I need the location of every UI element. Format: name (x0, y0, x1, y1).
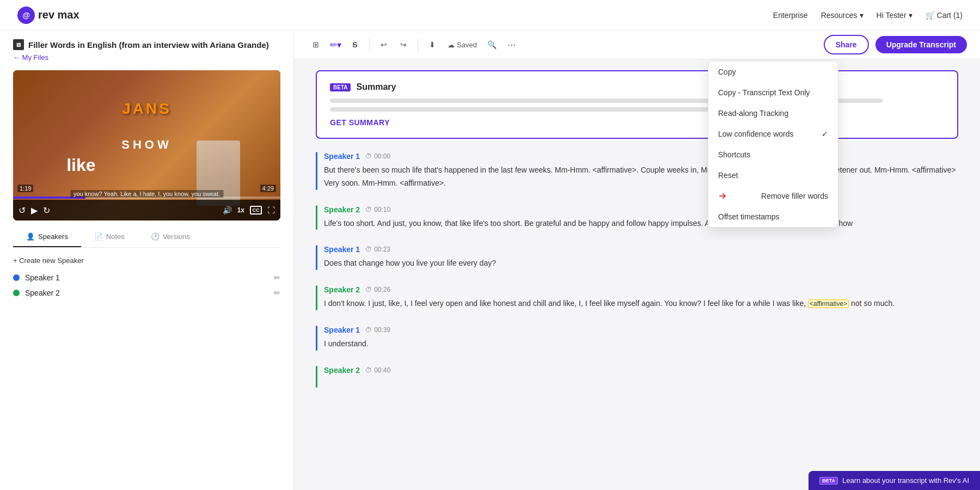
video-show-text: SHOW (121, 138, 171, 152)
volume-icon[interactable]: 🔊 (223, 206, 232, 215)
segment-with-bar: Speaker 1 ⏱ 00:23 Does that change how y… (316, 245, 958, 270)
menu-item-copy[interactable]: Copy (708, 62, 838, 82)
saved-button[interactable]: ☁ Saved (443, 39, 481, 51)
segment-speaker-label: Speaker 2 (324, 205, 360, 214)
rewind-button[interactable]: ↺ (19, 205, 26, 216)
video-player[interactable]: JANS SHOW like 1:19 4:29 you know? Yeah.… (13, 70, 280, 220)
speaker2-dot (13, 290, 20, 296)
segment-text[interactable]: But there's been so much life that's hap… (324, 164, 958, 190)
segment-speaker-label: Speaker 2 (324, 366, 360, 375)
upgrade-transcript-button[interactable]: Upgrade Transcript (875, 36, 967, 53)
back-link[interactable]: ← My Files (13, 53, 280, 62)
share-button[interactable]: Share (824, 35, 869, 54)
fullscreen-button[interactable]: ⛶ (267, 206, 275, 215)
bottom-banner[interactable]: BETA Learn about your transcript with Re… (808, 471, 980, 490)
tab-versions[interactable]: 🕐 Versions (138, 227, 203, 247)
segment-content: Speaker 1 ⏱ 00:23 Does that change how y… (324, 245, 958, 270)
highlight-button[interactable]: ✏▾ (327, 36, 344, 53)
speaker1-edit-icon[interactable]: ✏ (274, 273, 280, 282)
more-options-button[interactable]: ··· (503, 36, 520, 53)
menu-item-low-confidence[interactable]: Low confidence words ✓ (708, 124, 838, 144)
tab-speakers[interactable]: 👤 Speakers (13, 227, 81, 247)
undo-button[interactable]: ↩ (375, 36, 393, 53)
arrow-right-icon (718, 192, 727, 200)
chevron-down-icon: ▾ (860, 11, 863, 20)
tab-notes[interactable]: 📄 Notes (81, 227, 138, 247)
summary-box: BETA Summary GET SUMMARY (316, 70, 958, 139)
speed-label[interactable]: 1x (237, 206, 244, 214)
video-sign-text: JANS (122, 100, 171, 118)
toolbar-divider (418, 38, 418, 51)
segment-header: Speaker 1 ⏱ 00:39 (324, 326, 958, 334)
toolbar-divider (369, 38, 370, 51)
segment-speaker-label: Speaker 1 (324, 245, 360, 254)
summary-title: Summary (356, 82, 396, 92)
speaker2-edit-icon[interactable]: ✏ (274, 289, 280, 297)
segment-time: ⏱ 00:10 (365, 206, 390, 213)
add-button[interactable]: ⊞ (307, 36, 324, 53)
segment-text[interactable]: I don't know. I just, like, I, I feel ve… (324, 297, 958, 310)
content-area: ▤ Filler Words in English (from an inter… (0, 30, 980, 490)
segment-text[interactable]: I understand. (324, 338, 958, 351)
play-button[interactable]: ▶ (31, 205, 38, 216)
segment-speaker-label: Speaker 1 (324, 152, 360, 161)
navbar: @ rev max Enterprise Resources ▾ Hi Test… (0, 0, 980, 30)
speaker-item: Speaker 1 ✏ (13, 273, 280, 282)
download-button[interactable]: ⬇ (424, 36, 441, 53)
beta-badge: BETA (330, 83, 351, 91)
forward-button[interactable]: ↻ (43, 205, 50, 216)
video-controls: ↺ ▶ ↻ 🔊 1x CC ⛶ (13, 200, 280, 220)
create-speaker-button[interactable]: + Create new Speaker (13, 256, 280, 265)
segment-header: Speaker 2 ⏱ 00:10 (324, 205, 958, 214)
toolbar-right: Share Upgrade Transcript (824, 35, 967, 54)
nav-cart[interactable]: 🛒 Cart (1) (926, 11, 963, 20)
video-like-text: like (66, 155, 95, 175)
clock-icon: ⏱ (365, 286, 372, 293)
clock-icon: ⏱ (365, 206, 372, 213)
menu-item-reset[interactable]: Reset (708, 165, 838, 186)
strikethrough-button[interactable]: S (346, 36, 364, 53)
chevron-down-icon: ▾ (909, 11, 912, 20)
clock-icon: ⏱ (365, 246, 372, 253)
clock-icon: ⏱ (365, 152, 372, 160)
get-summary-button[interactable]: GET SUMMARY (330, 118, 390, 127)
dropdown-menu: Copy Copy - Transcript Text Only Read-al… (708, 61, 838, 228)
file-title-text: Filler Words in English (from an intervi… (28, 40, 269, 50)
menu-item-remove-filler[interactable]: Remove filler words (708, 186, 838, 206)
file-title: ▤ Filler Words in English (from an inter… (13, 39, 280, 50)
menu-item-offset-timestamps[interactable]: Offset timestamps (708, 206, 838, 227)
toolbar: ⊞ ✏▾ S ↩ ↪ ⬇ ☁ Saved 🔍 ··· Share Upgrade… (294, 30, 980, 59)
search-button[interactable]: 🔍 (483, 36, 501, 53)
logo[interactable]: @ rev max (17, 7, 79, 24)
video-timestamp-right: 4:29 (260, 185, 276, 192)
segment-content: Speaker 1 ⏱ 00:00 But there's been so mu… (324, 152, 958, 190)
nav-hi-tester[interactable]: Hi Tester ▾ (877, 11, 912, 20)
right-panel: ⊞ ✏▾ S ↩ ↪ ⬇ ☁ Saved 🔍 ··· Share Upgrade… (294, 30, 980, 490)
speaker1-label: Speaker 1 (25, 273, 60, 282)
segment-header: Speaker 2 ⏱ 00:40 (324, 366, 958, 375)
segment-time: ⏱ 00:39 (365, 326, 390, 334)
segment-content: Speaker 1 ⏱ 00:39 I understand. (324, 326, 958, 351)
nav-enterprise[interactable]: Enterprise (773, 11, 808, 20)
segment-header: Speaker 2 ⏱ 00:26 (324, 285, 958, 294)
versions-icon: 🕐 (151, 232, 160, 241)
menu-item-copy-transcript[interactable]: Copy - Transcript Text Only (708, 82, 838, 103)
segment-text[interactable]: Life's too short. And just, you know, th… (324, 217, 958, 230)
summary-header: BETA Summary (330, 82, 944, 92)
speaker2-left: Speaker 2 (13, 289, 60, 297)
menu-item-read-along[interactable]: Read-along Tracking (708, 103, 838, 124)
bottom-beta-badge: BETA (819, 477, 838, 485)
clock-icon: ⏱ (365, 326, 372, 334)
segment-with-bar: Speaker 2 ⏱ 00:10 Life's too short. And … (316, 205, 958, 230)
segment-content: Speaker 2 ⏱ 00:10 Life's too short. And … (324, 205, 958, 230)
segment: Speaker 1 ⏱ 00:39 I understand. (316, 326, 958, 351)
redo-button[interactable]: ↪ (395, 36, 412, 53)
nav-resources[interactable]: Resources ▾ (821, 11, 863, 20)
notes-icon: 📄 (94, 232, 103, 241)
left-panel: ▤ Filler Words in English (from an inter… (0, 30, 294, 490)
cart-icon: 🛒 (926, 11, 935, 20)
menu-item-shortcuts[interactable]: Shortcuts (708, 144, 838, 165)
cc-button[interactable]: CC (250, 206, 262, 215)
segment-text[interactable]: Does that change how you live your life … (324, 257, 958, 270)
speaker1-left: Speaker 1 (13, 273, 60, 282)
